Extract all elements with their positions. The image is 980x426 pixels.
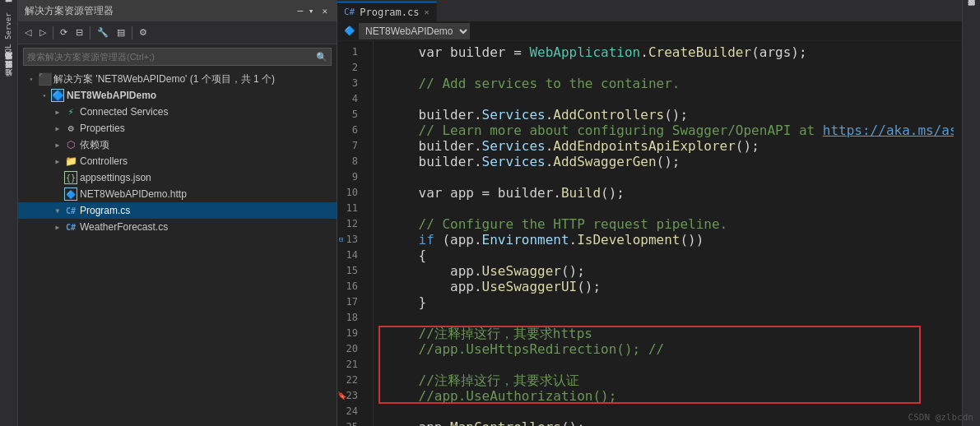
panel-icons: ─ ▾ ✕ — [295, 5, 331, 17]
panel-title-bar: 解决方案资源管理器 ─ ▾ ✕ — [18, 0, 337, 21]
icon-weatherforecast: C# — [64, 220, 77, 234]
tree-item-solution[interactable]: ▾ ⬛ 解决方案 'NET8WebAPIDemo' (1 个项目，共 1 个) — [18, 71, 337, 87]
code-line-15: app.UseSwagger(); — [374, 263, 954, 279]
tree-item-weatherforecast[interactable]: ▶ C# WeatherForecast.cs — [18, 219, 337, 235]
tree-item-project[interactable]: ▾ 🔷 NET8WebAPIDemo — [18, 87, 337, 104]
line-num-16: 16 — [337, 279, 365, 294]
code-wrapper: 1 2 3 4 5 6 7 8 9 10 11 12 ⊟13 14 15 16 … — [337, 41, 962, 426]
se-collapse-btn[interactable]: ⊟ — [72, 25, 86, 39]
code-line-1: var builder = WebApplication.CreateBuild… — [374, 44, 954, 60]
tree-item-http[interactable]: ▶ 🔷 NET8WebAPIDemo.http — [18, 186, 337, 202]
expander-connected: ▶ — [51, 105, 64, 118]
code-line-7: builder.Services.AddEndpointsApiExplorer… — [374, 138, 954, 154]
icon-connected: ⚡ — [64, 105, 77, 118]
bookmark-23-icon: 🔖 — [337, 388, 346, 404]
code-line-11 — [374, 201, 954, 216]
code-line-16: app.UseSwaggerUI(); — [374, 279, 954, 294]
line-num-12: 12 — [337, 216, 365, 232]
code-line-23: //app.UseAuthorization(); — [374, 388, 954, 404]
line-num-21: 21 — [337, 357, 365, 373]
toolbar-sep-2 — [90, 26, 91, 39]
se-back-btn[interactable]: ◁ — [21, 25, 35, 39]
label-weatherforecast: WeatherForecast.cs — [80, 221, 168, 233]
label-properties: Properties — [80, 123, 125, 134]
line-num-13: ⊟13 — [337, 232, 365, 248]
code-line-14: { — [374, 248, 954, 263]
code-line-21 — [374, 357, 954, 373]
code-line-13: if (app.Environment.IsDevelopment()) — [374, 232, 954, 248]
line-num-1: 1 — [337, 44, 365, 60]
expander-program: ▼ — [51, 204, 64, 217]
se-filter-btn[interactable]: ▤ — [114, 25, 128, 39]
se-settings-btn[interactable]: ⚙ — [136, 25, 151, 39]
tree-item-connected[interactable]: ▶ ⚡ Connected Services — [18, 104, 337, 120]
code-line-25: app.MapControllers(); — [374, 419, 954, 426]
tab-icon-program: C# — [344, 7, 355, 17]
breadcrumb-select[interactable]: NET8WebAPIDemo — [359, 23, 470, 39]
label-program: Program.cs — [80, 205, 130, 216]
code-line-17: } — [374, 294, 954, 310]
scrollbar-track[interactable] — [954, 41, 962, 426]
collapse-13-icon: ⊟ — [339, 232, 343, 248]
code-line-12: // Configure the HTTP request pipeline. — [374, 216, 954, 232]
line-num-14: 14 — [337, 248, 365, 263]
code-line-2 — [374, 60, 954, 76]
line-numbers: 1 2 3 4 5 6 7 8 9 10 11 12 ⊟13 14 15 16 … — [337, 41, 374, 426]
solution-explorer-panel: 解决方案资源管理器 ─ ▾ ✕ ◁ ▷ ⟳ ⊟ 🔧 ▤ ⚙ 🔍 — [18, 0, 337, 426]
expander-properties: ▶ — [51, 122, 64, 135]
annotation-region: //注释掉这行，其要求https //app.UseHttpsRedirecti… — [374, 326, 954, 404]
code-line-19: //注释掉这行，其要求https — [374, 326, 954, 341]
se-search-input[interactable] — [24, 52, 313, 62]
line-num-18: 18 — [337, 310, 365, 326]
pin-icon[interactable]: ─ ▾ — [295, 5, 317, 17]
watermark: CSDN @zlbcdn — [908, 412, 962, 423]
code-content[interactable]: var builder = WebApplication.CreateBuild… — [374, 41, 954, 426]
se-props-btn[interactable]: 🔧 — [94, 25, 112, 39]
se-toolbar: ◁ ▷ ⟳ ⊟ 🔧 ▤ ⚙ — [18, 21, 337, 44]
icon-appsettings: {} — [64, 171, 77, 184]
label-project: NET8WebAPIDemo — [67, 90, 156, 101]
icon-program: C# — [64, 204, 77, 217]
right-sidebar: 解决方案资源管理器 团队资源管理器 — [962, 0, 980, 426]
breadcrumb-icon: 🔷 — [344, 25, 355, 36]
tree-item-deps[interactable]: ▶ ⬡ 依赖项 — [18, 137, 337, 153]
expander-weatherforecast: ▶ — [51, 220, 64, 234]
tree-item-controllers[interactable]: ▶ 📁 Controllers — [18, 153, 337, 169]
line-num-22: 22 — [337, 373, 365, 388]
line-num-23: 🔖23 — [337, 388, 365, 404]
code-line-6: // Learn more about configuring Swagger/… — [374, 123, 954, 138]
toolbar-sep-1 — [53, 26, 53, 39]
editor-breadcrumb: 🔷 NET8WebAPIDemo — [337, 21, 962, 41]
line-num-11: 11 — [337, 201, 365, 216]
label-solution: 解决方案 'NET8WebAPIDemo' (1 个项目，共 1 个) — [53, 72, 275, 86]
left-sidebar-sql[interactable]: SQL Server 对象资源管理器 — [3, 8, 14, 58]
se-sync-btn[interactable]: ⟳ — [57, 25, 71, 39]
line-num-3: 3 — [337, 76, 365, 91]
icon-deps: ⬡ — [64, 138, 77, 151]
line-num-25: 25 — [337, 419, 365, 426]
line-num-5: 5 — [337, 107, 365, 123]
tree-item-appsettings[interactable]: ▶ {} appsettings.json — [18, 169, 337, 186]
code-line-8: builder.Services.AddSwaggerGen(); — [374, 154, 954, 169]
se-tree: ▾ ⬛ 解决方案 'NET8WebAPIDemo' (1 个项目，共 1 个) … — [18, 69, 337, 426]
icon-solution: ⬛ — [38, 72, 51, 86]
line-num-24: 24 — [337, 404, 365, 419]
line-num-9: 9 — [337, 169, 365, 185]
line-num-10: 10 — [337, 185, 365, 201]
line-num-4: 4 — [337, 91, 365, 107]
code-line-24 — [374, 404, 954, 419]
close-panel-icon[interactable]: ✕ — [319, 5, 330, 17]
expander-deps: ▶ — [51, 138, 64, 151]
expander-project: ▾ — [38, 89, 51, 102]
code-line-4 — [374, 91, 954, 107]
tree-item-program[interactable]: ▼ C# Program.cs — [18, 202, 337, 219]
label-http: NET8WebAPIDemo.http — [80, 188, 187, 200]
tab-close-program[interactable]: ✕ — [425, 7, 430, 16]
se-forward-btn[interactable]: ▷ — [36, 25, 49, 39]
line-num-7: 7 — [337, 138, 365, 154]
tab-program-cs[interactable]: C# Program.cs ✕ — [337, 2, 437, 21]
code-line-9 — [374, 169, 954, 185]
icon-project: 🔷 — [51, 89, 64, 102]
code-line-3: // Add services to the container. — [374, 76, 954, 91]
tree-item-properties[interactable]: ▶ ⚙ Properties — [18, 120, 337, 137]
